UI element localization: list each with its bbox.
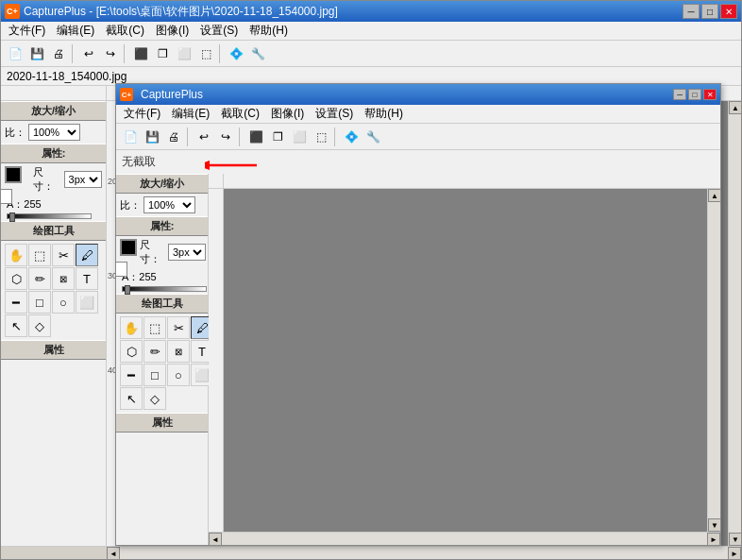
- inner-menu-edit[interactable]: 编辑(E): [166, 104, 215, 124]
- inner-scrollbar-v[interactable]: ▲ ▼: [707, 189, 720, 532]
- tb-b3[interactable]: ⬜: [174, 43, 194, 64]
- inner-scroll-down[interactable]: ▼: [708, 518, 720, 532]
- size-select[interactable]: 3px 1px 5px: [64, 171, 102, 188]
- tb-b1[interactable]: ⬛: [130, 43, 151, 64]
- tool-text[interactable]: T: [76, 267, 98, 290]
- alpha-thumb[interactable]: [9, 212, 15, 222]
- tool-hand[interactable]: ✋: [5, 244, 27, 266]
- inner-zoom-select[interactable]: 100%: [143, 196, 195, 213]
- scroll-down-btn[interactable]: ▼: [729, 533, 741, 546]
- inner-menu-image[interactable]: 图像(I): [265, 104, 310, 124]
- inner-toolbar: 📄 💾 🖨 ↩ ↪ ⬛ ❐ ⬜ ⬚ 💠 🔧: [116, 124, 720, 150]
- menu-settings[interactable]: 设置(S): [194, 21, 244, 41]
- tool-pen[interactable]: 🖊: [76, 244, 98, 266]
- inner-ruler-v: [209, 189, 224, 532]
- scroll-up-btn[interactable]: ▲: [729, 101, 741, 114]
- inner-tb-b2[interactable]: ❐: [267, 127, 288, 147]
- inner-minimize-btn[interactable]: ─: [673, 89, 686, 100]
- inner-tool-poly[interactable]: ⬡: [120, 340, 143, 363]
- inner-tb-b6[interactable]: 🔧: [363, 127, 383, 147]
- menu-edit[interactable]: 编辑(E): [51, 21, 100, 41]
- inner-draw-section: 绘图工具: [116, 294, 208, 314]
- inner-tb-undo[interactable]: ↩: [194, 127, 214, 147]
- inner-zoom-label: 比：: [120, 198, 141, 212]
- inner-menu-settings[interactable]: 设置(S): [310, 104, 359, 124]
- app-icon: C+: [5, 4, 20, 19]
- inner-close-btn[interactable]: ✕: [703, 89, 717, 100]
- inner-canvas: [224, 189, 707, 532]
- inner-tool-rect[interactable]: □: [143, 364, 166, 386]
- inner-scroll-up[interactable]: ▲: [708, 189, 720, 202]
- tb-redo[interactable]: ↪: [100, 43, 121, 64]
- tb-b2[interactable]: ❐: [152, 43, 173, 64]
- inner-tb-print[interactable]: 🖨: [163, 127, 184, 147]
- tool-fill-rect[interactable]: ⬜: [76, 291, 98, 314]
- inner-tool-select[interactable]: ⬚: [143, 316, 166, 339]
- tool-circle[interactable]: ○: [52, 291, 75, 314]
- maximize-button[interactable]: □: [701, 4, 718, 19]
- zoom-row: 比： 100% 50% 200%: [1, 121, 106, 144]
- inner-tool-crop[interactable]: ✂: [167, 316, 190, 339]
- inner-back-color[interactable]: [116, 262, 127, 277]
- fore-color-box[interactable]: [5, 166, 22, 183]
- tb-print[interactable]: 🖨: [48, 43, 69, 64]
- inner-tool-arrow[interactable]: ↖: [120, 387, 143, 410]
- inner-tb-new[interactable]: 📄: [120, 127, 141, 147]
- inner-menu-capture[interactable]: 截取(C): [215, 104, 265, 124]
- scroll-left-btn[interactable]: ◄: [107, 547, 120, 559]
- tb-b5[interactable]: 💠: [226, 43, 246, 64]
- outer-scrollbar-v[interactable]: ▲ ▼: [728, 101, 741, 546]
- tool-rect[interactable]: □: [28, 291, 51, 314]
- inner-size-select[interactable]: 3px: [168, 244, 206, 261]
- alpha-slider[interactable]: [7, 213, 92, 219]
- tool-arrow[interactable]: ↖: [5, 314, 27, 337]
- inner-tool-line[interactable]: ━: [120, 364, 143, 386]
- tool-crop[interactable]: ✂: [52, 244, 75, 266]
- tool-diamond[interactable]: ◇: [28, 314, 51, 337]
- draw-section-header: 绘图工具: [1, 221, 106, 241]
- tool-pencil[interactable]: ✏: [28, 267, 51, 290]
- close-button[interactable]: ✕: [720, 4, 737, 19]
- minimize-button[interactable]: ─: [683, 4, 700, 19]
- inner-scroll-right[interactable]: ►: [707, 533, 720, 545]
- inner-tool-eraser[interactable]: ⊠: [167, 340, 190, 363]
- menu-help[interactable]: 帮助(H): [244, 21, 294, 41]
- tool-eraser[interactable]: ⊠: [52, 267, 75, 290]
- inner-tb-sep3: [334, 127, 338, 146]
- inner-tb-redo[interactable]: ↪: [215, 127, 236, 147]
- tb-b6[interactable]: 🔧: [247, 43, 268, 64]
- inner-tb-b4[interactable]: ⬚: [311, 127, 331, 147]
- inner-tb-b3[interactable]: ⬜: [289, 127, 310, 147]
- tool-select[interactable]: ⬚: [28, 244, 51, 266]
- inner-scroll-left[interactable]: ◄: [209, 533, 222, 545]
- inner-tool-hand[interactable]: ✋: [120, 316, 143, 339]
- inner-alpha-slider[interactable]: [122, 286, 207, 292]
- menu-file[interactable]: 文件(F): [3, 21, 51, 41]
- tb-undo[interactable]: ↩: [78, 43, 99, 64]
- inner-alpha-thumb[interactable]: [125, 285, 130, 295]
- inner-tb-save[interactable]: 💾: [142, 127, 162, 147]
- zoom-select[interactable]: 100% 50% 200%: [28, 124, 80, 141]
- outer-title-bar: C+ CapturePlus - [E:\tools\桌面\软件图片\2020-…: [1, 1, 741, 22]
- inner-tb-b1[interactable]: ⬛: [245, 127, 266, 147]
- inner-prop-section: 属性:: [116, 216, 208, 236]
- tb-b4[interactable]: ⬚: [195, 43, 216, 64]
- scroll-right-btn[interactable]: ►: [728, 547, 741, 559]
- tool-line[interactable]: ━: [5, 291, 27, 314]
- back-color-box[interactable]: [1, 189, 12, 204]
- inner-zoom-section: 放大/缩小: [116, 174, 208, 194]
- menu-capture[interactable]: 截取(C): [100, 21, 150, 41]
- menu-image[interactable]: 图像(I): [150, 21, 194, 41]
- inner-tool-circle[interactable]: ○: [167, 364, 190, 386]
- inner-fore-color[interactable]: [120, 239, 137, 256]
- inner-menu-file[interactable]: 文件(F): [118, 104, 166, 124]
- inner-tools-grid: ✋ ⬚ ✂ 🖊 ⬡ ✏ ⊠ T ━ □ ○ ⬜ ↖ ◇: [116, 314, 208, 413]
- inner-tb-b5[interactable]: 💠: [341, 127, 362, 147]
- tb-new[interactable]: 📄: [5, 43, 25, 64]
- inner-tool-pencil[interactable]: ✏: [143, 340, 166, 363]
- tool-poly[interactable]: ⬡: [5, 267, 27, 290]
- inner-menu-help[interactable]: 帮助(H): [359, 104, 409, 124]
- inner-maximize-btn[interactable]: □: [688, 89, 701, 100]
- inner-tool-diamond[interactable]: ◇: [143, 387, 166, 410]
- tb-save[interactable]: 💾: [26, 43, 47, 64]
